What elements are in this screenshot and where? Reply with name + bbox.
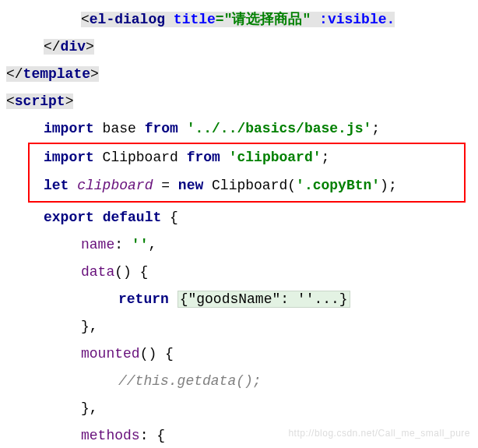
code-line-7: let clipboard = new Clipboard('.copyBtn'… bbox=[44, 172, 464, 199]
code-line-14: //this.getdata(); bbox=[6, 368, 472, 395]
code-line-11: return {"goodsName": ''...} bbox=[6, 286, 472, 313]
kw-import: import bbox=[44, 121, 94, 136]
attr-title-value: "请选择商品" bbox=[224, 12, 311, 27]
code-line-5: import base from '../../basics/base.js'; bbox=[6, 115, 472, 143]
selector-copybtn: '.copyBtn' bbox=[296, 178, 380, 193]
comment-getdata: //this.getdata(); bbox=[118, 373, 262, 389]
folded-object[interactable]: {"goodsName": ''...} bbox=[177, 291, 350, 308]
var-clipboard: clipboard bbox=[77, 178, 153, 193]
attr-title: title bbox=[174, 12, 216, 27]
code-line-10: data() { bbox=[6, 259, 472, 286]
code-line-1: <el-dialog title="请选择商品" :visible. bbox=[6, 6, 472, 34]
code-line-9: name: '', bbox=[6, 231, 472, 259]
watermark: http://blog.csdn.net/Call_me_small_pure bbox=[288, 425, 470, 443]
highlighted-code-block: import Clipboard from 'clipboard'; let c… bbox=[28, 143, 466, 202]
code-line-4: <script> bbox=[6, 88, 472, 115]
prop-mounted: mounted bbox=[81, 346, 140, 362]
kw-import: import bbox=[44, 150, 94, 165]
code-line-13: mounted() { bbox=[6, 340, 472, 368]
code-line-6: import Clipboard from 'clipboard'; bbox=[44, 144, 464, 171]
import-clipboard: 'clipboard' bbox=[229, 150, 322, 165]
kw-new: new bbox=[178, 178, 203, 193]
prop-methods: methods bbox=[81, 428, 140, 443]
kw-let: let bbox=[44, 178, 69, 193]
tag-el-dialog: el-dialog bbox=[90, 12, 165, 27]
tag-div-close: div bbox=[61, 39, 86, 55]
kw-default: default bbox=[103, 210, 162, 225]
code-line-2: </div> bbox=[6, 34, 472, 61]
prop-name: name bbox=[81, 237, 114, 252]
code-line-12: }, bbox=[6, 313, 472, 340]
code-line-15: }, bbox=[6, 395, 472, 422]
attr-visible: :visible. bbox=[319, 12, 395, 27]
punct: < bbox=[81, 12, 90, 27]
import-path-base: '../../basics/base.js' bbox=[187, 121, 372, 136]
kw-export: export bbox=[44, 210, 94, 225]
tag-script-open: script bbox=[15, 93, 65, 109]
code-line-3: </template> bbox=[6, 61, 472, 88]
kw-return: return bbox=[118, 291, 169, 307]
tag-template-close: template bbox=[23, 66, 90, 82]
code-line-8: export default { bbox=[6, 204, 472, 231]
prop-data: data bbox=[81, 264, 114, 280]
